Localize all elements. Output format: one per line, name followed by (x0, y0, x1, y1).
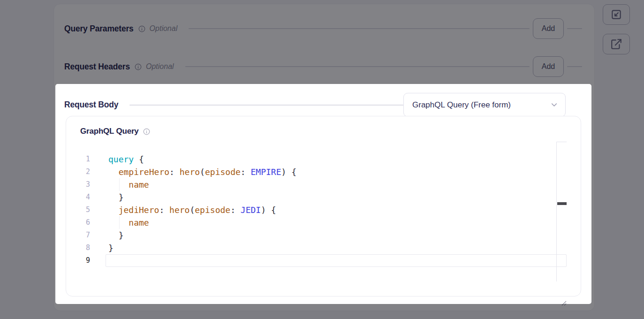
external-link-icon (610, 38, 622, 50)
request-body-title: Request Body (64, 100, 118, 110)
resize-handle-icon[interactable] (561, 299, 567, 305)
graphql-editor-card: GraphQL Query 1query {2 empireHero: hero… (66, 116, 581, 296)
optional-label: Optional (150, 24, 178, 33)
query-parameters-title: Query Parameters (64, 24, 134, 34)
line-number: 7 (66, 229, 90, 242)
chevron-down-icon (550, 100, 559, 109)
code-line[interactable]: 5 jediHero: hero(episode: JEDI) { (66, 204, 567, 216)
code-token: : (159, 205, 169, 215)
active-code-line[interactable] (106, 254, 567, 267)
optional-label: Optional (146, 62, 174, 71)
line-number: 5 (66, 204, 90, 216)
line-number: 8 (66, 242, 90, 254)
code-line-content[interactable]: empireHero: hero(episode: EMPIRE) { (106, 166, 567, 178)
code-token: : (230, 205, 241, 215)
line-number: 6 (66, 216, 90, 229)
divider-line (189, 28, 530, 29)
line-number: 3 (66, 178, 90, 191)
code-token: jediHero (119, 205, 159, 215)
code-token: query (108, 154, 134, 164)
code-token: episode (205, 167, 241, 177)
graphql-code-editor[interactable]: 1query {2 empireHero: hero(episode: EMPI… (66, 142, 567, 281)
code-line-content[interactable]: name (106, 216, 567, 229)
code-line[interactable]: 9 (66, 254, 567, 267)
graphql-query-label-row: GraphQL Query (80, 127, 150, 136)
code-token: hero (169, 205, 189, 215)
code-token (108, 180, 129, 190)
request-form-card: Query Parameters Optional Add Request He… (53, 4, 595, 311)
line-number: 1 (66, 153, 90, 166)
section-query-parameters: Query Parameters Optional Add (64, 18, 582, 39)
code-line-content[interactable]: jediHero: hero(episode: JEDI) { (106, 204, 567, 216)
code-token (108, 167, 119, 177)
divider-line (185, 66, 530, 67)
arrow-into-square-icon (610, 8, 622, 21)
code-line-content[interactable]: name (106, 178, 567, 191)
code-line-content[interactable]: } (106, 242, 567, 254)
graphql-query-label: GraphQL Query (80, 127, 139, 136)
body-type-select[interactable]: GraphQL Query (Free form) (403, 93, 566, 117)
scrollbar-thumb[interactable] (557, 202, 567, 205)
info-icon[interactable] (143, 128, 150, 135)
line-number: 9 (66, 254, 90, 267)
code-line[interactable]: 1query { (66, 153, 567, 166)
code-token: ) { (261, 205, 276, 215)
divider-line (129, 105, 403, 106)
divider-line (567, 28, 582, 29)
code-token: : (169, 167, 180, 177)
section-request-headers: Request Headers Optional Add (64, 56, 582, 77)
divider-line (567, 66, 582, 67)
editor-scrollbar[interactable] (556, 142, 567, 281)
code-line[interactable]: 3 name (66, 178, 567, 191)
code-token: hero (180, 167, 200, 177)
info-icon[interactable] (138, 25, 145, 32)
code-line-content[interactable]: } (106, 191, 567, 204)
collapse-editor-button[interactable] (603, 4, 630, 25)
add-request-header-button[interactable]: Add (533, 56, 564, 77)
code-line[interactable]: 6 name (66, 216, 567, 229)
section-request-body: Request Body GraphQL Query (Free form) (64, 93, 566, 117)
code-token: name (129, 180, 149, 190)
code-token: ) { (281, 167, 297, 177)
code-line[interactable]: 8} (66, 242, 567, 254)
code-token: ( (200, 167, 205, 177)
code-line[interactable]: 2 empireHero: hero(episode: EMPIRE) { (66, 166, 567, 178)
code-line-content[interactable]: query { (106, 153, 567, 166)
code-token (108, 218, 129, 228)
code-line[interactable]: 4 } (66, 191, 567, 204)
page: Query Parameters Optional Add Request He… (0, 0, 644, 319)
add-query-parameter-button[interactable]: Add (533, 18, 564, 39)
code-token: name (129, 218, 149, 228)
body-type-select-value: GraphQL Query (Free form) (412, 100, 550, 110)
code-token: ( (189, 205, 195, 215)
code-token: } (108, 243, 114, 253)
code-line-content[interactable]: } (106, 229, 567, 242)
line-number: 4 (66, 191, 90, 204)
code-token: } (108, 192, 124, 202)
code-rows: 1query {2 empireHero: hero(episode: EMPI… (66, 153, 567, 267)
code-token: EMPIRE (251, 167, 281, 177)
code-token: : (241, 167, 251, 177)
code-token: JEDI (241, 205, 261, 215)
code-token: empireHero (119, 167, 169, 177)
code-token: } (108, 230, 124, 240)
line-number: 2 (66, 166, 90, 178)
code-token: episode (195, 205, 230, 215)
code-line[interactable]: 7 } (66, 229, 567, 242)
open-external-button[interactable] (603, 34, 630, 54)
info-icon[interactable] (135, 63, 142, 70)
code-token (108, 205, 119, 215)
code-token: { (134, 154, 144, 164)
request-headers-title: Request Headers (64, 62, 130, 72)
